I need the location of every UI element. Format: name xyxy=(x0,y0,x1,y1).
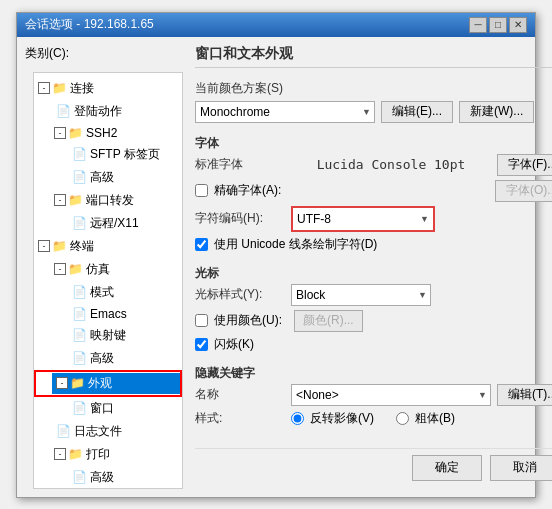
charset-select-wrapper: UTF-8 GB2312 GBK xyxy=(291,206,435,232)
color-scheme-select-wrapper: Monochrome xyxy=(195,101,375,123)
tree-label-advanced2: 高级 xyxy=(90,350,114,367)
tree-item-mapping[interactable]: 📄 映射键 xyxy=(34,324,182,347)
tree-label-portfwd: 端口转发 xyxy=(86,192,134,209)
expand-appearance[interactable]: - xyxy=(56,377,68,389)
precise-font-button[interactable]: 字体(O)... xyxy=(495,180,552,202)
tree-item-ssh2[interactable]: - 📁 SSH2 xyxy=(34,123,182,143)
tree-panel: - 📁 连接 📄 登陆动作 - 📁 xyxy=(33,72,183,489)
tree-label-window: 窗口 xyxy=(90,400,114,417)
tree-label-print: 打印 xyxy=(86,446,110,463)
folder-icon-portfwd: 📁 xyxy=(68,193,83,207)
expand-connect[interactable]: - xyxy=(38,82,50,94)
bold-radio-label[interactable]: 粗体(B) xyxy=(396,410,455,427)
cursor-color-button[interactable]: 颜色(R)... xyxy=(294,310,363,332)
tree-item-sftp[interactable]: 📄 SFTP 标签页 xyxy=(34,143,182,166)
hidden-key-name-select[interactable]: <None> xyxy=(291,384,491,406)
font-section-label: 字体 xyxy=(195,135,552,152)
tree-item-login[interactable]: 📄 登陆动作 xyxy=(34,100,182,123)
tree-label-logfile: 日志文件 xyxy=(74,423,122,440)
tree-item-terminal[interactable]: - 📁 终端 xyxy=(34,235,182,258)
color-scheme-section: 当前颜色方案(S) Monochrome 编辑(E)... 新建(W)... xyxy=(195,80,552,123)
precise-font-checkbox[interactable] xyxy=(195,184,208,197)
expand-terminal[interactable]: - xyxy=(38,240,50,252)
cursor-blink-label: 闪烁(K) xyxy=(214,336,254,353)
charset-select[interactable]: UTF-8 GB2312 GBK xyxy=(293,208,433,230)
section-title: 窗口和文本外观 xyxy=(195,45,552,68)
reverse-video-radio[interactable] xyxy=(291,412,304,425)
tree-label-emacs: Emacs xyxy=(90,307,127,321)
hidden-key-style-row: 样式: 反转影像(V) 粗体(B) xyxy=(195,410,552,427)
cursor-color-checkbox[interactable] xyxy=(195,314,208,327)
page-icon-logfile: 📄 xyxy=(56,424,71,438)
cursor-color-label: 使用颜色(U): xyxy=(214,312,282,329)
bottom-buttons: 确定 取消 xyxy=(195,448,552,489)
font-button[interactable]: 字体(F)... xyxy=(497,154,552,176)
reverse-video-radio-label[interactable]: 反转影像(V) xyxy=(291,410,374,427)
folder-icon-terminal: 📁 xyxy=(52,239,67,253)
charset-label: 字符编码(H): xyxy=(195,210,285,227)
color-scheme-select[interactable]: Monochrome xyxy=(195,101,375,123)
hidden-key-name-label: 名称 xyxy=(195,386,285,403)
tree-item-connect[interactable]: - 📁 连接 xyxy=(34,77,182,100)
category-label: 类别(C): xyxy=(25,45,183,62)
page-icon-advanced2: 📄 xyxy=(72,351,87,365)
cursor-blink-row: 闪烁(K) xyxy=(195,336,552,353)
title-bar-buttons: ─ □ ✕ xyxy=(469,17,527,33)
unicode-label: 使用 Unicode 线条绘制字符(D) xyxy=(214,236,377,253)
tree-item-print[interactable]: - 📁 打印 xyxy=(34,443,182,466)
minimize-button[interactable]: ─ xyxy=(469,17,487,33)
page-icon-window: 📄 xyxy=(72,401,87,415)
maximize-button[interactable]: □ xyxy=(489,17,507,33)
tree-item-advanced2[interactable]: 📄 高级 xyxy=(34,347,182,370)
tree-label-remotex11: 远程/X11 xyxy=(90,215,139,232)
cursor-blink-checkbox[interactable] xyxy=(195,338,208,351)
expand-emulation[interactable]: - xyxy=(54,263,66,275)
tree-item-appearance[interactable]: - 📁 外观 xyxy=(34,370,182,397)
tree-label-advanced: 高级 xyxy=(90,169,114,186)
expand-ssh2[interactable]: - xyxy=(54,127,66,139)
page-icon-mapping: 📄 xyxy=(72,328,87,342)
dialog-title: 会话选项 - 192.168.1.65 xyxy=(25,16,154,33)
tree-item-remotex11[interactable]: 📄 远程/X11 xyxy=(34,212,182,235)
tree-label-connect: 连接 xyxy=(70,80,94,97)
dialog: 会话选项 - 192.168.1.65 ─ □ ✕ 类别(C): - 📁 连接 xyxy=(16,12,536,498)
hidden-key-edit-button[interactable]: 编辑(T)... xyxy=(497,384,552,406)
page-icon-login: 📄 xyxy=(56,104,71,118)
tree-item-advanced[interactable]: 📄 高级 xyxy=(34,166,182,189)
page-icon-advanced: 📄 xyxy=(72,170,87,184)
ok-button[interactable]: 确定 xyxy=(412,455,482,481)
tree-item-modes[interactable]: 📄 模式 xyxy=(34,281,182,304)
page-icon-sftp: 📄 xyxy=(72,147,87,161)
page-icon-advanced3: 📄 xyxy=(72,470,87,484)
tree-label-modes: 模式 xyxy=(90,284,114,301)
tree-item-portfwd[interactable]: - 📁 端口转发 xyxy=(34,189,182,212)
color-scheme-edit-button[interactable]: 编辑(E)... xyxy=(381,101,453,123)
precise-font-label: 精确字体(A): xyxy=(214,182,281,199)
tree-label-ssh2: SSH2 xyxy=(86,126,117,140)
tree-item-window[interactable]: 📄 窗口 xyxy=(34,397,182,420)
cursor-section: 光标 光标样式(Y): Block Underline Vertical Bar xyxy=(195,261,552,353)
cursor-color-row: 使用颜色(U): 颜色(R)... xyxy=(195,310,552,332)
page-icon-remotex11: 📄 xyxy=(72,216,87,230)
tree-label-login: 登陆动作 xyxy=(74,103,122,120)
close-button[interactable]: ✕ xyxy=(509,17,527,33)
tree-item-logfile[interactable]: 📄 日志文件 xyxy=(34,420,182,443)
tree-item-advanced3[interactable]: 📄 高级 xyxy=(34,466,182,489)
folder-icon-connect: 📁 xyxy=(52,81,67,95)
cancel-button[interactable]: 取消 xyxy=(490,455,552,481)
tree-label-emulation: 仿真 xyxy=(86,261,110,278)
color-scheme-new-button[interactable]: 新建(W)... xyxy=(459,101,534,123)
bold-radio[interactable] xyxy=(396,412,409,425)
standard-font-label: 标准字体 xyxy=(195,156,285,173)
hidden-key-style-label: 样式: xyxy=(195,410,285,427)
tree-label-terminal: 终端 xyxy=(70,238,94,255)
tree-label-appearance: 外观 xyxy=(88,375,112,392)
unicode-checkbox[interactable] xyxy=(195,238,208,251)
color-scheme-label: 当前颜色方案(S) xyxy=(195,80,552,97)
expand-print[interactable]: - xyxy=(54,448,66,460)
expand-portfwd[interactable]: - xyxy=(54,194,66,206)
page-icon-emacs: 📄 xyxy=(72,307,87,321)
tree-item-emulation[interactable]: - 📁 仿真 xyxy=(34,258,182,281)
tree-item-emacs[interactable]: 📄 Emacs xyxy=(34,304,182,324)
cursor-style-select[interactable]: Block Underline Vertical Bar xyxy=(291,284,431,306)
